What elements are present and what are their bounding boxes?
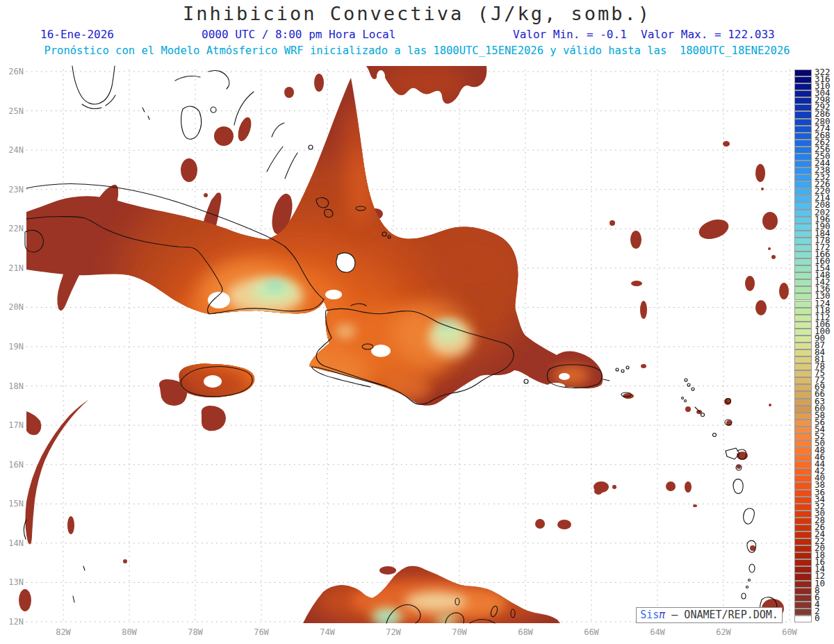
colorbar-swatch [794,308,812,315]
lat-tick-label: 14N [0,538,24,548]
lon-tick-label: 64W [644,627,671,637]
grenadine-1 [749,579,751,581]
colorbar-swatch [794,301,812,308]
attribution-box: Sisπ — ONAMET/REP.DOM. [636,607,783,623]
colorbar-swatch [794,90,812,97]
dominica [733,479,743,494]
colorbar-swatch [794,475,812,482]
colorbar-value: 0 [815,614,820,622]
great-inagua [336,253,355,272]
colorbar-swatch [794,104,812,111]
lon-tick-label: 78W [181,627,209,637]
colorbar-swatch [794,525,812,531]
colorbar-swatch [794,511,812,518]
virgin-island-3 [626,366,629,369]
vieques [603,379,610,381]
colorbar-swatch [794,434,812,440]
colorbar-swatch [794,217,812,224]
lat-tick-label: 16N [0,460,24,470]
time-label: 0000 UTC / 8:00 pm Hora Local [202,28,395,41]
colorbar-swatch [794,518,812,525]
anguilla [685,379,687,381]
colorbar-swatch [794,238,812,245]
lat-tick-label: 26N [0,67,24,76]
lon-tick-label: 82W [49,627,77,637]
statia [685,400,687,402]
san-salvador [309,145,313,149]
colorbar-swatch [794,336,812,342]
lon-tick-label: 66W [578,627,605,637]
lon-tick-label: 60W [776,627,803,637]
colorbar-swatch [794,195,812,202]
page-title: Inhibicion Convectiva (J/kg, somb.) [0,3,834,24]
colorbar-swatch [794,545,812,552]
bimini [142,108,149,119]
colorbar-swatch [794,454,812,461]
colorbar-swatch [794,468,812,475]
colorbar-swatch [794,329,812,336]
colorbar-swatch [794,616,812,622]
saba [682,397,684,399]
colorbar-row: 0 [794,616,834,622]
lon-tick-label: 68W [512,627,539,637]
colorbar-swatch [794,377,812,384]
colorbar-swatch [794,531,812,538]
colorbar-swatch [794,370,812,377]
lon-tick-label: 76W [247,627,275,637]
andros-island [181,106,202,139]
colorbar-swatch [794,595,812,602]
colorbar-swatch [794,272,812,279]
lat-tick-label: 22N [0,224,24,233]
lat-tick-label: 17N [0,420,24,430]
lon-tick-label: 70W [445,627,473,637]
colorbar-swatch [794,83,812,90]
nevis [701,413,705,417]
colorbar-swatch [794,602,812,609]
cat-island [272,123,284,137]
san-andres [73,596,74,602]
colorbar-swatch [794,97,812,104]
colorbar-swatch [794,391,812,398]
colorbar-swatch [794,399,812,406]
lon-tick-label: 72W [379,627,407,637]
colorbar-swatch [794,293,812,300]
colorbar-swatch [794,133,812,140]
colorbar-swatch [794,279,812,286]
colorbar-swatch [794,140,812,147]
colorbar-swatch [794,482,812,489]
lat-tick-label: 23N [0,185,24,195]
colorbar-swatch [794,119,812,126]
colorbar-legend: 3223163103042982922862802742682622562502… [794,69,834,622]
colorbar-swatch [794,356,812,363]
colorbar-swatch [794,231,812,238]
colorbar-swatch [794,210,812,217]
long-island-bahamas [285,153,297,179]
lat-tick-label: 12N [0,617,24,627]
map-canvas [0,0,834,644]
colorbar-swatch [794,490,812,497]
colorbar-swatch [794,538,812,545]
colorbar-swatch [794,202,812,209]
florida-coast [72,66,115,104]
colorbar-swatch [794,160,812,167]
colorbar-swatch [794,69,812,76]
colorbar-swatch [794,461,812,468]
colorbar-swatch [794,167,812,174]
lon-tick-label: 62W [710,627,737,637]
providencia [83,566,85,570]
sispi-brand: Sis [640,609,659,621]
colorbar-swatch [794,363,812,370]
grand-bahama [175,76,200,81]
colorbar-swatch [794,504,812,511]
st-barth [692,388,694,390]
value-max-label: Valor Max. = 122.033 [641,28,775,41]
colorbar-swatch [794,126,812,133]
mona [524,379,528,383]
lat-tick-label: 21N [0,263,24,273]
colorbar-swatch [794,559,812,566]
colorbar-swatch [794,552,812,559]
colorbar-swatch [794,76,812,83]
lat-tick-label: 24N [0,145,24,155]
colorbar-swatch [794,384,812,391]
colorbar-swatch [794,147,812,154]
